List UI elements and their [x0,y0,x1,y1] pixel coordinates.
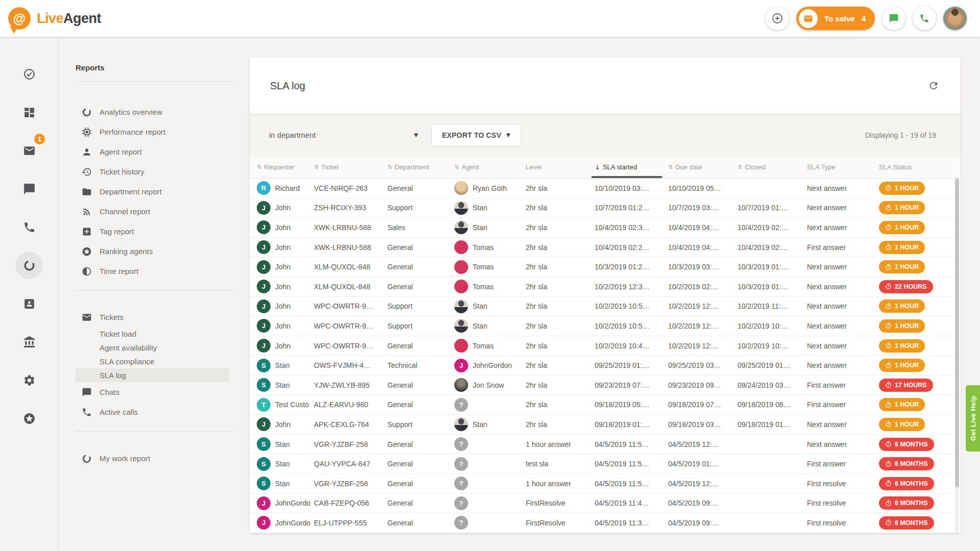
column-header-sla-status[interactable]: SLA Status [879,156,961,178]
table-row[interactable]: JJohnXLM-QUXOL-848GeneralTomas2hr sla10/… [250,257,961,277]
table-row[interactable]: JJohnAPK-CEXLG-764SupportStan2hr sla09/1… [250,415,961,435]
sort-icon: ⇅ [454,164,459,170]
requester-cell: JJohn [257,280,314,293]
requester-cell: SStan [257,359,314,372]
rail-item-settings[interactable] [15,366,43,394]
column-header-sla-type[interactable]: SLA Type [807,156,879,178]
column-header-sla-started[interactable]: ↓SLA started [595,156,668,178]
sidebar-item-tag-report[interactable]: Tag report [76,221,232,241]
sidebar-subitem-agent-availability[interactable]: Agent availability [76,341,229,355]
table-row[interactable]: JJohnWPC-OWRTR-9…SupportStan2hr sla10/2/… [250,297,961,317]
sidebar-item-active-calls[interactable]: Active calls [76,402,232,422]
level-cell: 2hr sla [526,184,595,192]
requester-name: Richard [275,184,300,192]
requester-avatar: J [257,319,271,333]
ticket-cell: VGR-YJZBF-258 [314,440,387,448]
add-button[interactable] [766,7,789,30]
sidebar-item-label: Agent report [100,147,142,156]
due-date-cell: 10/10/2019 05… [668,184,738,192]
sidebar-item-performance-report[interactable]: Performance report [76,122,232,142]
requester-avatar: J [257,496,271,510]
due-date-cell: 09/25/2019 03… [668,361,738,369]
table-row[interactable]: JJohnXLM-QUXOL-848GeneralTomas2hr sla10/… [250,277,961,297]
sidebar-item-agent-report[interactable]: Agent report [76,142,232,162]
get-live-help-tab[interactable]: Get Live Help [966,385,980,452]
sla-status-badge: 1 HOUR [879,319,925,333]
liveagent-logo[interactable]: @ LiveAgent [8,7,101,30]
table-row[interactable]: JJohnXWK-LRBNU-588SalesStan2hr sla10/4/2… [250,218,961,238]
table-row[interactable]: JJohnWPC-OWRTR-9…SupportStan2hr sla10/2/… [250,316,961,336]
table-row[interactable]: JJohnWPC-OWRTR-9…GeneralTomas2hr sla10/2… [250,336,961,356]
requester-avatar: J [257,201,271,215]
sidebar-item-channel-report[interactable]: Channel report [76,202,232,221]
table-row[interactable]: JJohnGordoELJ-UTPPP-555General?FirstReso… [250,513,961,533]
sidebar-subitem-sla-compliance[interactable]: SLA compliance [76,355,229,368]
sla-status-label: 1 HOUR [895,421,919,428]
export-to-csv-button[interactable]: EXPORT TO CSV ▼ [431,124,521,146]
column-header-agent[interactable]: ⇅Agent [454,156,526,178]
to-solve-button[interactable]: To solve 4 [796,7,875,30]
user-avatar[interactable] [943,7,967,30]
table-row[interactable]: JJohnZSH-RCIXY-393SupportStan2hr sla10/7… [250,198,961,218]
scrollbar-track[interactable] [955,179,959,533]
column-header-closed[interactable]: ⇅Closed [738,156,807,178]
sidebar-item-time-report[interactable]: Time report [76,261,232,281]
table-row[interactable]: SStanOWS-FVJMH-4…TechnicalJJohnGordon2hr… [250,356,961,375]
column-header-level[interactable]: Level [526,156,595,178]
table-row[interactable]: SStanYJW-ZWLYB-895GeneralJon Snow2hr sla… [250,375,961,395]
rail-item-chats[interactable] [15,175,43,203]
rail-item-company[interactable] [15,328,43,356]
column-header-due-date[interactable]: ⇅Due date [668,156,738,178]
sidebar-item-tickets[interactable]: Tickets [76,307,232,327]
column-header-ticket[interactable]: ⇅Ticket [314,156,387,178]
rail-item-tickets[interactable]: 1 [15,137,43,164]
divider [76,431,232,432]
agent-cell: JJohnGordon [454,359,526,372]
sidebar-item-department-report[interactable]: Department report [76,182,232,202]
table-row[interactable]: JJohnGordoCAB-FZEPQ-056General?FirstReso… [250,494,961,514]
department-select[interactable]: in department ▼ [269,131,418,139]
table-row[interactable]: SStanQAU-YVPCA-847General?test sla04/5/2… [250,454,961,474]
rail-item-reports[interactable] [15,252,43,279]
table-row[interactable]: SStanVGR-YJZBF-258General?1 hour answer0… [250,474,961,494]
sidebar-item-analytics-overview[interactable]: Analytics overview [76,102,232,122]
column-header-requester[interactable]: ⇅Requester [257,156,314,178]
sidebar-item-ranking-agents[interactable]: Ranking agents [76,241,232,261]
rail-item-dashboard[interactable] [15,98,43,126]
sidebar-item-my-work-report[interactable]: My work report [76,448,232,468]
stopwatch-icon [885,480,892,487]
table-row[interactable]: SStanVGR-YJZBF-258General?1 hour answer0… [250,435,961,455]
table-row[interactable]: RRichardVCE-NIRQF-263GeneralRyan Goth2hr… [250,179,961,198]
agent-cell: ? [454,398,526,412]
column-header-department[interactable]: ⇅Department [387,156,454,178]
closed-cell: 10/3/2019 01:… [738,263,807,271]
chat-button[interactable] [882,7,905,30]
sla-status-label: 1 HOUR [895,401,919,408]
requester-name: John [275,302,290,310]
sla-type-cell: Next answer [807,440,879,448]
table-row[interactable]: TTest CustoALZ-EARVU-980General?2hr sla0… [250,395,961,415]
sla-status-badge: 1 HOUR [879,398,925,411]
rail-item-customers[interactable] [15,290,43,317]
table-row[interactable]: JJohnXWK-LRBNU-588GeneralTomas2hr sla10/… [250,238,961,258]
sidebar-item-ticket-history[interactable]: Ticket history [76,162,232,182]
agent-cell: Stan [454,201,526,215]
refresh-button[interactable] [928,80,939,91]
sla-status-cell: 6 MONTHS [879,496,961,510]
call-button[interactable] [913,7,936,30]
scrollbar-thumb[interactable] [955,179,959,487]
sidebar-subitem-ticket-load[interactable]: Ticket load [76,327,229,341]
rail-item-upgrade[interactable] [15,405,43,432]
sidebar-item-chats[interactable]: Chats [76,382,232,402]
stopwatch-icon [885,244,892,251]
pagination-status: Displaying 1 - 19 of 19 [865,131,948,139]
column-label: Agent [461,163,479,171]
rail-item-calls[interactable] [15,213,43,241]
sidebar-subitem-sla-log[interactable]: SLA log [76,368,229,382]
requester-avatar: S [257,477,271,490]
due-date-cell: 04/5/2019 12:… [668,480,738,488]
sidebar-item-label: Ticket history [100,167,144,176]
refresh-icon [928,80,939,91]
rail-item-tasks[interactable] [15,60,43,88]
requester-avatar: J [257,339,271,353]
